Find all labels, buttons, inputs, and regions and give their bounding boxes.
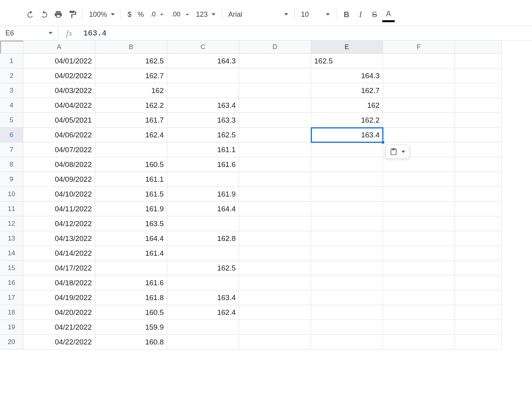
format-percent-button[interactable]: % [135, 7, 147, 21]
cell-D16[interactable] [239, 276, 311, 290]
cell-E17[interactable] [311, 290, 383, 305]
cell-B13[interactable]: 164.4 [95, 231, 167, 246]
cell-B19[interactable]: 159.9 [95, 320, 167, 335]
cell-D9[interactable] [239, 172, 311, 187]
cell-A4[interactable]: 04/04/2022 [23, 98, 95, 113]
row-header-13[interactable]: 13 [0, 231, 23, 246]
cell-A13[interactable]: 04/13/2022 [23, 231, 95, 246]
cell-E3[interactable]: 162.7 [311, 83, 383, 98]
cell-B4[interactable]: 162.2 [95, 98, 167, 113]
cell-C10[interactable]: 161.9 [167, 187, 239, 202]
cell-D14[interactable] [239, 246, 311, 261]
col-header-F[interactable]: F [383, 40, 455, 54]
cell-E12[interactable] [311, 216, 383, 231]
cell-extra-7[interactable] [455, 142, 502, 157]
cell-E5[interactable]: 162.2 [311, 113, 383, 128]
text-color-button[interactable]: A [382, 7, 396, 21]
row-header-11[interactable]: 11 [0, 202, 23, 216]
cell-extra-11[interactable] [455, 202, 502, 216]
col-header-E[interactable]: E [311, 40, 383, 54]
cell-extra-16[interactable] [455, 276, 502, 290]
row-header-1[interactable]: 1 [0, 54, 23, 68]
cell-D7[interactable] [239, 142, 311, 157]
col-header-A[interactable]: A [23, 40, 95, 54]
cell-extra-13[interactable] [455, 231, 502, 246]
cell-B18[interactable]: 160.5 [95, 305, 167, 320]
cell-F15[interactable] [383, 261, 455, 276]
cell-D18[interactable] [239, 305, 311, 320]
undo-button[interactable] [23, 7, 37, 21]
cell-F14[interactable] [383, 246, 455, 261]
row-header-18[interactable]: 18 [0, 305, 23, 320]
cell-B2[interactable]: 162.7 [95, 68, 167, 83]
cell-F11[interactable] [383, 202, 455, 216]
cell-A20[interactable]: 04/22/2022 [23, 335, 95, 350]
bold-button[interactable]: B [340, 7, 354, 21]
cell-D6[interactable] [239, 128, 311, 142]
cell-F12[interactable] [383, 216, 455, 231]
cell-extra-9[interactable] [455, 172, 502, 187]
formula-input[interactable]: 163.4 [80, 26, 532, 40]
cell-extra-1[interactable] [455, 54, 502, 68]
cell-C5[interactable]: 163.3 [167, 113, 239, 128]
cell-extra-12[interactable] [455, 216, 502, 231]
cell-A12[interactable]: 04/12/2022 [23, 216, 95, 231]
row-header-19[interactable]: 19 [0, 320, 23, 335]
cell-A17[interactable]: 04/19/2022 [23, 290, 95, 305]
cell-D13[interactable] [239, 231, 311, 246]
cell-F19[interactable] [383, 320, 455, 335]
strikethrough-button[interactable]: S [368, 7, 382, 21]
font-size-dropdown[interactable]: 10 [298, 7, 333, 21]
cell-extra-2[interactable] [455, 68, 502, 83]
row-header-6[interactable]: 6 [0, 128, 23, 142]
col-header-D[interactable]: D [239, 40, 311, 54]
cell-extra-4[interactable] [455, 98, 502, 113]
cell-B5[interactable]: 161.7 [95, 113, 167, 128]
cell-C8[interactable]: 161.6 [167, 157, 239, 172]
cell-E19[interactable] [311, 320, 383, 335]
cell-B11[interactable]: 161.9 [95, 202, 167, 216]
selection-fill-handle[interactable] [381, 141, 385, 144]
row-header-7[interactable]: 7 [0, 142, 23, 157]
cell-C18[interactable]: 162.4 [167, 305, 239, 320]
cell-B6[interactable]: 162.4 [95, 128, 167, 142]
cell-B9[interactable]: 161.1 [95, 172, 167, 187]
cell-F20[interactable] [383, 335, 455, 350]
cell-E7[interactable] [311, 142, 383, 157]
cell-E13[interactable] [311, 231, 383, 246]
cell-D17[interactable] [239, 290, 311, 305]
cell-D5[interactable] [239, 113, 311, 128]
cell-F1[interactable] [383, 54, 455, 68]
cell-F13[interactable] [383, 231, 455, 246]
format-currency-button[interactable]: $ [124, 7, 135, 21]
cell-F8[interactable] [383, 157, 455, 172]
cell-E18[interactable] [311, 305, 383, 320]
cell-extra-5[interactable] [455, 113, 502, 128]
cell-F4[interactable] [383, 98, 455, 113]
cell-B3[interactable]: 162 [95, 83, 167, 98]
cell-F3[interactable] [383, 83, 455, 98]
cell-B20[interactable]: 160.8 [95, 335, 167, 350]
cell-D1[interactable] [239, 54, 311, 68]
cell-C11[interactable]: 164.4 [167, 202, 239, 216]
cell-E8[interactable] [311, 157, 383, 172]
cell-B15[interactable] [95, 261, 167, 276]
cell-F2[interactable] [383, 68, 455, 83]
row-header-15[interactable]: 15 [0, 261, 23, 276]
cell-C14[interactable] [167, 246, 239, 261]
paste-options-chip[interactable] [385, 145, 410, 159]
cell-B17[interactable]: 161.8 [95, 290, 167, 305]
cell-extra-20[interactable] [455, 335, 502, 350]
row-header-14[interactable]: 14 [0, 246, 23, 261]
cell-E16[interactable] [311, 276, 383, 290]
cell-E20[interactable] [311, 335, 383, 350]
cell-D3[interactable] [239, 83, 311, 98]
cell-D20[interactable] [239, 335, 311, 350]
cell-extra-19[interactable] [455, 320, 502, 335]
cell-C3[interactable] [167, 83, 239, 98]
cell-B12[interactable]: 163.5 [95, 216, 167, 231]
cell-A19[interactable]: 04/21/2022 [23, 320, 95, 335]
cell-C20[interactable] [167, 335, 239, 350]
cell-F18[interactable] [383, 305, 455, 320]
row-header-3[interactable]: 3 [0, 83, 23, 98]
